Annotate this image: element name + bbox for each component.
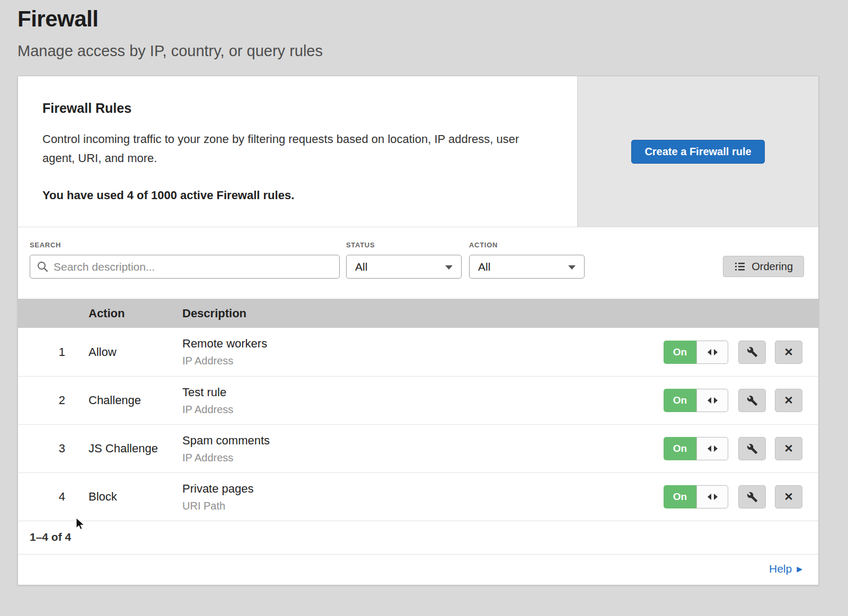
rule-action: Challenge	[89, 394, 182, 407]
status-label: STATUS	[346, 241, 462, 249]
rule-action: Allow	[89, 345, 182, 359]
status-filter-group: STATUS All	[346, 241, 462, 279]
priority-reorder-button[interactable]	[696, 485, 728, 508]
rule-controls: On ✕	[664, 485, 802, 508]
arrow-left-icon	[708, 494, 711, 500]
section-description: Control incoming traffic to your zone by…	[42, 130, 545, 167]
help-link[interactable]: Help ▶	[769, 563, 802, 575]
delete-rule-button[interactable]: ✕	[775, 485, 802, 508]
wrench-icon	[747, 443, 758, 454]
edit-rule-button[interactable]	[738, 389, 766, 412]
search-filter-group: SEARCH	[30, 241, 340, 279]
ordering-button-label: Ordering	[752, 261, 793, 273]
create-firewall-rule-button[interactable]: Create a Firewall rule	[631, 140, 764, 164]
chevron-down-icon	[445, 265, 453, 270]
column-header-description: Description	[182, 307, 818, 320]
rules-table-body: 1 Allow Remote workers IP Address On ✕	[18, 328, 818, 521]
rule-enabled-toggle[interactable]: On	[664, 341, 696, 364]
action-select[interactable]: All	[469, 255, 585, 279]
rule-description-cell: Remote workers IP Address	[182, 337, 664, 367]
rule-match-type: IP Address	[182, 404, 664, 416]
action-filter-group: ACTION All	[469, 241, 585, 279]
rule-toggle-group: On	[664, 341, 728, 364]
page-title: Firewall	[17, 6, 831, 32]
arrow-left-icon	[708, 445, 711, 452]
firewall-rules-intro: Firewall Rules Control incoming traffic …	[18, 76, 577, 227]
section-heading: Firewall Rules	[42, 101, 545, 116]
page-header: Firewall Manage access by IP, country, o…	[0, 0, 848, 60]
rule-controls: On ✕	[664, 341, 802, 364]
arrow-right-icon	[714, 349, 718, 355]
firewall-rules-card: Firewall Rules Control incoming traffic …	[17, 76, 819, 585]
table-header-row: Action Description	[18, 299, 818, 328]
status-select-value: All	[355, 261, 367, 273]
rule-description-cell: Private pages URI Path	[182, 482, 664, 512]
table-row: 1 Allow Remote workers IP Address On ✕	[18, 328, 818, 376]
arrow-left-icon	[708, 349, 711, 355]
delete-rule-button[interactable]: ✕	[775, 437, 802, 460]
help-link-label: Help	[769, 563, 792, 575]
rule-description-cell: Spam comments IP Address	[182, 434, 664, 464]
search-input-wrapper	[30, 255, 340, 279]
table-row: 3 JS Challenge Spam comments IP Address …	[18, 424, 818, 472]
rule-description: Private pages	[182, 482, 664, 496]
rule-match-type: IP Address	[182, 452, 664, 464]
search-icon	[37, 261, 49, 273]
close-icon: ✕	[784, 490, 793, 503]
priority-reorder-button[interactable]	[696, 389, 728, 412]
edit-rule-button[interactable]	[738, 437, 766, 460]
rule-number: 3	[18, 442, 89, 456]
arrow-right-icon	[714, 445, 718, 452]
rule-enabled-toggle[interactable]: On	[664, 389, 696, 412]
edit-rule-button[interactable]	[738, 485, 766, 508]
create-rule-panel: Create a Firewall rule	[577, 76, 818, 227]
arrow-left-icon	[708, 397, 711, 404]
rule-number: 1	[18, 345, 89, 359]
rule-match-type: IP Address	[182, 355, 664, 367]
delete-rule-button[interactable]: ✕	[775, 389, 802, 412]
rule-enabled-toggle[interactable]: On	[664, 485, 696, 508]
table-row: 4 Block Private pages URI Path On ✕	[18, 472, 818, 521]
rule-controls: On ✕	[664, 437, 802, 460]
rule-description: Remote workers	[182, 337, 664, 351]
rule-match-type: URI Path	[182, 500, 664, 512]
card-footer: Help ▶	[18, 554, 818, 585]
rule-description: Spam comments	[182, 434, 664, 448]
search-label: SEARCH	[30, 241, 340, 249]
rule-toggle-group: On	[664, 437, 728, 460]
status-select[interactable]: All	[346, 255, 462, 279]
edit-rule-button[interactable]	[738, 341, 766, 364]
arrow-right-icon	[714, 494, 718, 500]
arrow-right-icon	[714, 397, 718, 404]
rule-controls: On ✕	[664, 389, 802, 412]
rule-action: JS Challenge	[89, 442, 182, 456]
usage-summary: You have used 4 of 1000 active Firewall …	[42, 189, 545, 202]
rule-toggle-group: On	[664, 485, 728, 508]
ordering-button[interactable]: Ordering	[723, 256, 804, 277]
pagination: 1–4 of 4	[18, 521, 818, 554]
close-icon: ✕	[784, 442, 793, 455]
column-header-action: Action	[89, 307, 182, 320]
rule-number: 2	[18, 394, 89, 407]
priority-reorder-button[interactable]	[696, 437, 728, 460]
page-subtitle: Manage access by IP, country, or query r…	[17, 42, 831, 60]
delete-rule-button[interactable]: ✕	[775, 341, 802, 364]
ordered-list-icon	[734, 261, 746, 272]
rule-description-cell: Test rule IP Address	[182, 386, 664, 416]
action-select-value: All	[478, 261, 490, 273]
priority-reorder-button[interactable]	[696, 341, 728, 364]
chevron-down-icon	[568, 265, 576, 270]
table-row: 2 Challenge Test rule IP Address On ✕	[18, 376, 818, 424]
filters-bar: SEARCH STATUS All ACTION All	[18, 227, 818, 299]
rule-description: Test rule	[182, 386, 664, 399]
rule-action: Block	[89, 490, 182, 504]
wrench-icon	[747, 395, 758, 406]
rule-enabled-toggle[interactable]: On	[664, 437, 696, 460]
wrench-icon	[747, 492, 758, 503]
rule-toggle-group: On	[664, 389, 728, 412]
action-label: ACTION	[469, 241, 585, 249]
rule-number: 4	[18, 490, 89, 504]
close-icon: ✕	[784, 394, 793, 407]
search-input[interactable]	[30, 255, 340, 279]
help-arrow-icon: ▶	[797, 565, 802, 573]
